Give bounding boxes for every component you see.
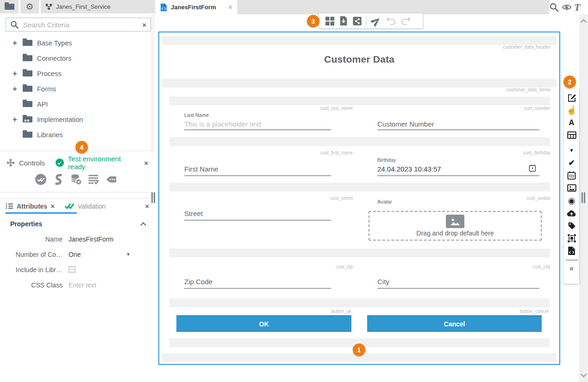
database-clear-icon[interactable] [69,173,82,185]
placeholder-strip [169,137,550,146]
tree-item-process[interactable]: + Process [0,66,150,81]
zip-code-field[interactable]: Zip Code [184,278,213,286]
collapse-toolbox-button[interactable]: « [564,262,579,274]
form-canvas[interactable]: customer_data_header Customer Data custo… [158,32,560,365]
active-tab-underline [6,212,77,214]
customer-number-field[interactable]: Customer Number [377,120,434,128]
group-control[interactable] [564,232,579,244]
folder-tab[interactable] [0,0,19,13]
image-icon [567,184,576,192]
tag-icon [567,221,576,230]
tab-janesfirstform[interactable]: JanesFirstForm × [156,0,237,14]
tab-validation[interactable]: Validation [64,202,106,210]
field-underline [184,129,331,130]
button-control[interactable]: ☝ [564,104,579,116]
tree-item-forms[interactable]: + Forms [0,81,150,96]
cancel-button[interactable]: Cancel [367,315,542,332]
table-control[interactable] [564,129,579,141]
status-check-icon [56,159,64,167]
field-underline [184,220,331,221]
tree-item-libraries[interactable]: Libraries [0,127,150,142]
tree-item-implementation[interactable]: + Implementation [0,112,150,127]
calendar-icon[interactable] [529,164,536,172]
validation-check-icon [64,202,75,210]
birthday-field[interactable]: 24.04.2023 10:43:57 [377,165,441,173]
search-icon[interactable] [549,2,559,13]
preview-eye-icon[interactable] [561,2,572,13]
properties-section-header[interactable]: Properties [0,214,155,231]
datepicker-control[interactable] [564,169,579,182]
tab-attributes[interactable]: Attributes [17,203,47,210]
code-control[interactable] [564,244,579,257]
left-panel-resize-handle[interactable] [151,192,156,203]
tree-item-api[interactable]: API [0,96,150,112]
items-key-label: customer_data_items [366,87,550,92]
avatar-dropzone[interactable]: Drag and drop default here [369,211,542,241]
radio-control[interactable]: ◉ [564,194,579,207]
tag-control[interactable] [564,219,579,232]
right-panel-resize-handle[interactable] [582,192,586,203]
share-icon[interactable] [352,16,362,26]
close-validation-tab-icon[interactable]: × [145,203,149,210]
columns-dropdown[interactable]: One ▼ [69,251,155,258]
list-check-icon[interactable] [88,173,100,185]
search-input[interactable] [23,21,138,29]
service-tab-label: Janes_First_Service [56,3,111,10]
checkbox-control[interactable]: ✔ [564,157,579,169]
expand-icon[interactable]: + [11,69,19,78]
ok-button[interactable]: OK [176,315,351,332]
text-input-control[interactable] [564,91,579,104]
toolbar-divider [366,16,367,26]
first-name-field[interactable]: First Name [184,165,218,173]
label-control[interactable]: A [564,116,579,129]
dropdown-control[interactable]: ▼ [564,144,579,157]
service-tab[interactable]: Janes_First_Service [41,0,154,13]
placeholder-strip [169,299,550,307]
birthday-label: Birthday [377,157,396,163]
swirl-icon[interactable] [52,173,64,185]
city-field[interactable]: City [377,278,389,286]
implementation-folder-icon [23,116,32,122]
clear-search-icon[interactable]: × [142,21,146,28]
last-name-label: Last Name [184,112,209,118]
approve-all-icon[interactable] [34,173,47,185]
project-tree: + Base Types Connectors + Process + Form… [0,35,150,142]
name-value[interactable]: JanesFirstForm [69,236,155,243]
explorer-panel: ⚙ Janes_First_Service × + Base Types Con… [0,0,155,382]
typography-icon[interactable]: T [574,2,580,13]
upload-control[interactable] [564,207,579,219]
deploy-send-icon[interactable] [371,16,382,26]
settings-tab[interactable]: ⚙ [20,0,39,13]
image-control[interactable] [564,182,579,194]
tree-item-connectors[interactable]: Connectors [0,51,150,66]
field-key-label: cust_birthday [366,150,550,155]
close-tab-icon[interactable]: × [228,4,232,11]
close-attributes-tab-icon[interactable]: × [50,203,55,210]
expand-icon[interactable]: + [11,115,19,124]
tag-comment-icon[interactable] [105,173,118,185]
step-badge-2: 2 [563,76,576,88]
letter-a-icon: A [569,119,574,127]
undo-icon[interactable] [386,16,396,26]
folder-icon [23,132,32,138]
include-in-library-checkbox[interactable] [69,266,75,273]
layout-grid-icon[interactable] [325,16,335,26]
export-file-icon[interactable] [339,16,348,26]
field-key-label: cust_street [169,196,353,201]
expand-icon[interactable]: + [11,38,19,48]
calendar-icon [567,171,576,180]
redo-icon[interactable] [400,16,411,26]
scroll-down-icon[interactable] [581,371,587,377]
controls-toolbox: ☝ A ▼ ✔ ◉ [564,89,579,284]
placeholder-strip [162,79,557,88]
expand-icon[interactable]: + [11,84,19,94]
street-field[interactable]: Street [184,210,203,217]
collapse-chevron-icon[interactable] [140,222,146,228]
tree-item-base-types[interactable]: + Base Types [0,35,150,51]
scroll-up-icon[interactable] [581,19,587,25]
last-name-field[interactable]: This is a placeholder text [184,120,261,128]
close-controls-icon[interactable]: × [144,159,148,166]
placeholder-strip [162,36,557,45]
chevron-down-icon: ▼ [126,252,131,257]
css-class-input[interactable]: Enter text [69,281,155,289]
